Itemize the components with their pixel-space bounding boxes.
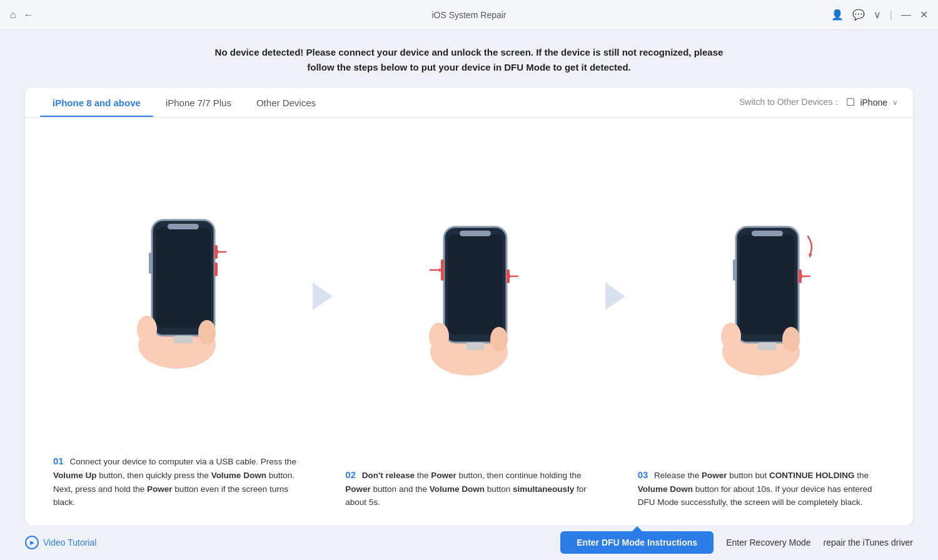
step-3-illustration xyxy=(635,130,888,461)
svg-rect-42 xyxy=(740,234,795,334)
svg-point-34 xyxy=(490,327,508,352)
svg-rect-26 xyxy=(466,342,485,350)
step-2-col: 02 Don't release the Power button, then … xyxy=(336,130,602,512)
video-tutorial-button[interactable]: ▶ Video Tutorial xyxy=(25,536,96,549)
close-button[interactable]: ✕ xyxy=(920,9,928,21)
step-1-col: 01 Connect your device to computer via a… xyxy=(44,130,310,512)
title-bar-right: 👤 💬 ∨ | — ✕ xyxy=(831,9,928,21)
home-icon[interactable]: ⌂ xyxy=(10,9,16,21)
arrow-2 xyxy=(602,130,628,512)
svg-point-15 xyxy=(137,316,157,343)
svg-rect-25 xyxy=(460,231,491,236)
title-bar-left: ⌂ ← xyxy=(10,9,34,21)
minimize-button[interactable]: — xyxy=(901,9,911,21)
alert-text: No device detected! Please connect your … xyxy=(215,47,724,72)
enter-recovery-button[interactable]: Enter Recovery Mode xyxy=(726,538,810,548)
step-2-num: 02 xyxy=(345,469,356,480)
enter-dfu-button[interactable]: Enter DFU Mode Instructions xyxy=(560,531,714,554)
play-icon: ▶ xyxy=(25,536,39,549)
step-1-svg xyxy=(114,208,240,370)
svg-rect-12 xyxy=(149,252,152,274)
divider-icon: | xyxy=(890,9,892,21)
expand-icon[interactable]: ∨ xyxy=(874,9,881,21)
svg-rect-8 xyxy=(168,224,199,229)
main-card: iPhone 8 and above iPhone 7/7 Plus Other… xyxy=(25,88,913,525)
svg-rect-24 xyxy=(448,234,503,334)
svg-point-33 xyxy=(429,322,449,350)
arrow-shape-1 xyxy=(313,282,333,310)
step-2-body: Don't release the Power button, then con… xyxy=(345,471,586,508)
video-tutorial-label: Video Tutorial xyxy=(43,538,96,548)
arrow-1 xyxy=(310,130,336,512)
chevron-down-icon: ∨ xyxy=(892,98,898,107)
tab-iphone7[interactable]: iPhone 7/7 Plus xyxy=(153,88,244,117)
title-bar: ⌂ ← iOS System Repair 👤 💬 ∨ | — ✕ xyxy=(0,0,938,30)
svg-point-51 xyxy=(782,327,800,352)
user-icon[interactable]: 👤 xyxy=(831,9,844,21)
steps-area: 01 Connect your device to computer via a… xyxy=(25,118,913,525)
tabs-row: iPhone 8 and above iPhone 7/7 Plus Other… xyxy=(25,88,913,118)
step-1-text: 01 Connect your device to computer via a… xyxy=(50,448,303,512)
svg-rect-11 xyxy=(214,262,218,276)
step-2-text: 02 Don't release the Power button, then … xyxy=(342,461,595,512)
step-2-illustration xyxy=(342,130,595,461)
step-3-text: 03 Release the Power button but CONTINUE… xyxy=(635,461,888,512)
svg-point-50 xyxy=(721,322,741,350)
svg-marker-49 xyxy=(809,254,812,258)
svg-rect-7 xyxy=(156,228,211,328)
step-1-body: Connect your device to computer via a US… xyxy=(53,457,296,507)
back-icon[interactable]: ← xyxy=(24,9,34,21)
arrow-shape-2 xyxy=(605,282,625,310)
step-1-num: 01 xyxy=(53,456,64,466)
switch-to-other-devices[interactable]: Switch to Other Devices： ☐ iPhone ∨ xyxy=(739,96,898,108)
tab-other-devices[interactable]: Other Devices xyxy=(244,88,328,117)
svg-rect-46 xyxy=(733,259,736,281)
step-3-col: 03 Release the Power button but CONTINUE… xyxy=(628,130,894,512)
step-3-num: 03 xyxy=(638,469,648,480)
app-title: iOS System Repair xyxy=(431,10,506,20)
step-3-body: Release the Power button but CONTINUE HO… xyxy=(638,471,872,508)
alert-banner: No device detected! Please connect your … xyxy=(0,30,938,88)
chat-icon[interactable]: 💬 xyxy=(852,9,865,21)
tab-iphone8[interactable]: iPhone 8 and above xyxy=(40,88,153,117)
main-content: No device detected! Please connect your … xyxy=(0,30,938,560)
device-name: iPhone xyxy=(860,98,887,108)
svg-rect-9 xyxy=(174,336,193,343)
repair-itunes-button[interactable]: repair the iTunes driver xyxy=(824,538,913,548)
footer: ▶ Video Tutorial Enter DFU Mode Instruct… xyxy=(0,525,938,560)
switch-label: Switch to Other Devices： xyxy=(739,97,841,108)
step-1-illustration xyxy=(50,130,303,448)
svg-point-16 xyxy=(198,320,216,345)
step-3-svg xyxy=(698,214,824,377)
phone-icon: ☐ xyxy=(846,96,855,108)
step-2-svg xyxy=(406,214,532,377)
svg-rect-44 xyxy=(758,342,777,350)
svg-rect-43 xyxy=(752,231,783,236)
